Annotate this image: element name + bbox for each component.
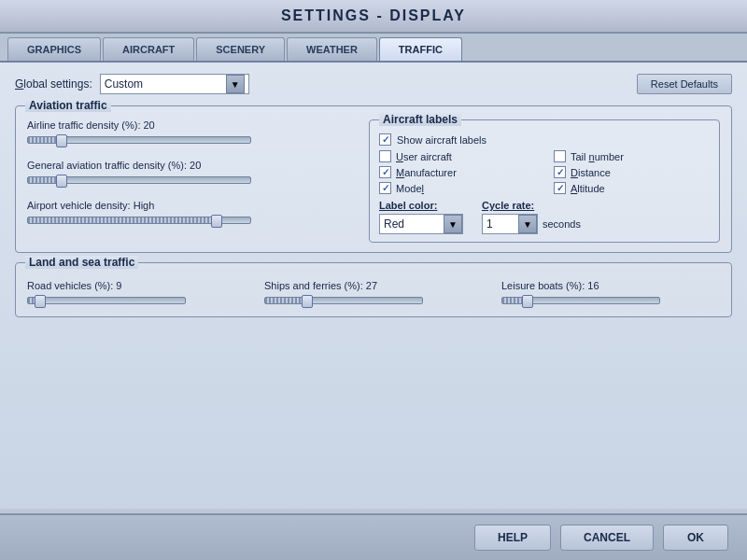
altitude-label: Altitude [571, 183, 605, 194]
leisure-boats-track [501, 297, 660, 304]
ships-ferries-group: Ships and ferries (%): 27 [264, 280, 483, 307]
aviation-inner: Airline traffic density (%): 20 General … [27, 119, 720, 243]
tab-traffic[interactable]: TRAFFIC [379, 37, 462, 61]
general-aviation-density-label: General aviation traffic density (%): 20 [27, 160, 358, 171]
ships-ferries-slider[interactable] [264, 294, 483, 307]
ships-ferries-track [264, 297, 423, 304]
leisure-boats-slider[interactable] [501, 294, 720, 307]
road-vehicles-track [27, 297, 186, 304]
title-bar: SETTINGS - DISPLAY [0, 0, 747, 34]
airline-density-group: Airline traffic density (%): 20 [27, 119, 358, 147]
road-vehicles-group: Road vehicles (%): 9 [27, 280, 246, 307]
tab-weather[interactable]: WEATHER [287, 37, 377, 61]
road-vehicles-col: Road vehicles (%): 9 [27, 280, 246, 307]
seconds-label: seconds [543, 218, 581, 230]
model-checkbox[interactable] [379, 182, 391, 194]
label-color-cycle-row: Label color: Red ▼ Cycle rate: [379, 200, 710, 234]
tail-number-checkbox[interactable] [554, 150, 566, 162]
tab-aircraft[interactable]: AIRCRAFT [103, 37, 194, 61]
distance-item: Distance [554, 166, 710, 178]
ok-button[interactable]: OK [663, 525, 728, 551]
airport-vehicle-density-track [27, 217, 251, 224]
road-vehicles-thumb[interactable] [35, 295, 46, 308]
label-color-title: Label color: [379, 200, 463, 211]
leisure-boats-thumb[interactable] [522, 295, 533, 308]
tab-scenery[interactable]: SCENERY [196, 37, 285, 61]
airline-density-label: Airline traffic density (%): 20 [27, 119, 358, 131]
leisure-boats-label: Leisure boats (%): 16 [501, 280, 720, 291]
user-aircraft-item: User aircraft [379, 150, 535, 162]
bottom-bar: HELP CANCEL OK [0, 513, 747, 560]
ships-ferries-col: Ships and ferries (%): 27 [264, 280, 483, 307]
leisure-boats-group: Leisure boats (%): 16 [501, 280, 720, 307]
land-sea-traffic-group: Land and sea traffic Road vehicles (%): … [15, 262, 732, 317]
airport-vehicle-density-fill [28, 217, 217, 223]
general-aviation-density-slider[interactable] [27, 174, 358, 187]
aviation-traffic-group: Aviation traffic Airline traffic density… [15, 105, 732, 253]
tab-graphics[interactable]: GRAPHICS [7, 37, 101, 61]
airline-density-track [27, 136, 251, 144]
model-item: Model [379, 182, 535, 194]
general-aviation-density-track [27, 176, 251, 184]
land-sea-inner: Road vehicles (%): 9 Ships and ferries (… [27, 280, 720, 307]
user-aircraft-label: User aircraft [396, 151, 452, 162]
help-button[interactable]: HELP [474, 525, 551, 551]
road-vehicles-slider[interactable] [27, 294, 246, 307]
general-aviation-density-group: General aviation traffic density (%): 20 [27, 160, 358, 187]
page-title: SETTINGS - DISPLAY [281, 7, 466, 23]
show-aircraft-labels-checkbox[interactable] [379, 133, 391, 146]
airport-vehicle-density-group: Airport vehicle density: High [27, 200, 358, 227]
general-aviation-density-thumb[interactable] [56, 175, 67, 188]
tab-bar: GRAPHICS AIRCRAFT SCENERY WEATHER TRAFFI… [0, 34, 747, 63]
show-aircraft-labels-label: Show aircraft labels [397, 134, 486, 146]
label-color-dropdown[interactable]: Red ▼ [379, 214, 463, 234]
tail-number-item: Tail number [554, 150, 710, 162]
label-color-arrow-icon: ▼ [444, 215, 462, 233]
global-settings-dropdown[interactable]: Custom ▼ [100, 74, 249, 94]
leisure-boats-col: Leisure boats (%): 16 [501, 280, 720, 307]
cycle-rate-dropdown[interactable]: 1 ▼ [482, 214, 538, 234]
label-color-section: Label color: Red ▼ [379, 200, 463, 234]
cycle-rate-arrow-icon: ▼ [518, 215, 537, 233]
aircraft-labels-box: Aircraft labels Show aircraft labels Use… [369, 119, 720, 243]
global-settings-left: Global settings: Custom ▼ [15, 74, 249, 94]
model-label: Model [396, 183, 424, 194]
aircraft-labels-title: Aircraft labels [379, 113, 461, 126]
tail-number-label: Tail number [571, 151, 624, 162]
cancel-button[interactable]: CANCEL [560, 525, 654, 551]
altitude-item: Altitude [554, 182, 710, 194]
cycle-rate-title: Cycle rate: [482, 200, 581, 211]
aviation-traffic-title: Aviation traffic [25, 99, 111, 112]
road-vehicles-label: Road vehicles (%): 9 [27, 280, 246, 291]
distance-label: Distance [571, 167, 611, 178]
airport-vehicle-density-slider[interactable] [27, 214, 358, 227]
ships-ferries-label: Ships and ferries (%): 27 [264, 280, 483, 291]
airport-vehicle-density-label: Airport vehicle density: High [27, 200, 358, 211]
reset-defaults-button[interactable]: Reset Defaults [637, 74, 732, 94]
show-aircraft-labels-row: Show aircraft labels [379, 133, 710, 146]
land-sea-traffic-title: Land and sea traffic [25, 256, 138, 269]
global-settings-label: Global settings: [15, 77, 92, 91]
main-content: Global settings: Custom ▼ Reset Defaults… [0, 63, 747, 509]
manufacturer-checkbox[interactable] [379, 166, 391, 178]
manufacturer-label: Manufacturer [396, 167, 457, 178]
manufacturer-item: Manufacturer [379, 166, 535, 178]
airline-density-thumb[interactable] [56, 134, 67, 147]
altitude-checkbox[interactable] [554, 182, 566, 194]
dropdown-arrow-icon: ▼ [226, 75, 245, 93]
airline-density-slider[interactable] [27, 133, 358, 147]
global-settings-row: Global settings: Custom ▼ Reset Defaults [15, 74, 732, 94]
ships-ferries-thumb[interactable] [302, 295, 313, 308]
airport-vehicle-density-thumb[interactable] [211, 215, 222, 228]
aircraft-labels-grid: User aircraft Tail number Manufacturer [379, 150, 710, 194]
aviation-sliders: Airline traffic density (%): 20 General … [27, 119, 358, 243]
user-aircraft-checkbox[interactable] [379, 150, 391, 162]
cycle-rate-section: Cycle rate: 1 ▼ seconds [482, 200, 581, 234]
distance-checkbox[interactable] [554, 166, 566, 178]
